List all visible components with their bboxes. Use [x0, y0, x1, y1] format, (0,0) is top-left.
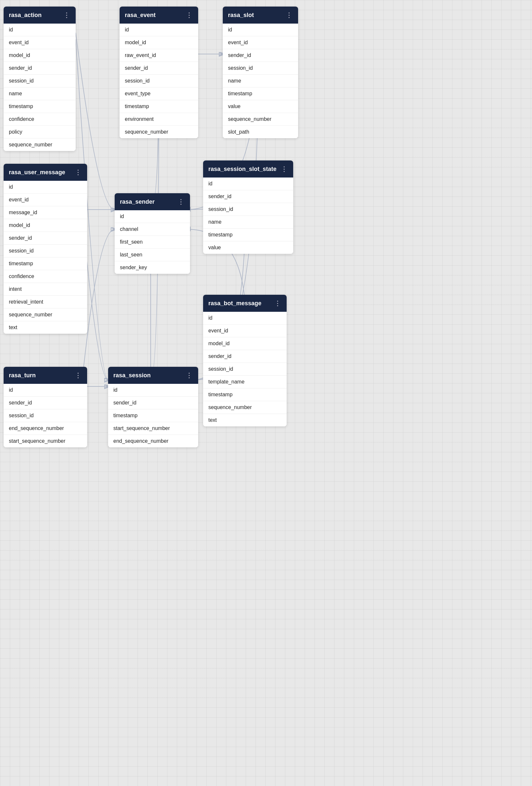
table-header-rasa-user-message: rasa_user_message ⋮	[4, 164, 87, 181]
menu-dots-rasa-session[interactable]: ⋮	[186, 371, 193, 379]
field-rasa-bot-message-text: text	[203, 414, 287, 426]
field-rasa-user-message-event_id: event_id	[4, 193, 87, 206]
field-rasa-sender-sender_key: sender_key	[115, 261, 190, 274]
field-rasa-action-timestamp: timestamp	[4, 100, 76, 113]
table-title-rasa-session-slot-state: rasa_session_slot_state	[208, 166, 276, 172]
field-rasa-slot-timestamp: timestamp	[223, 88, 298, 100]
field-rasa-user-message-sender_id: sender_id	[4, 232, 87, 245]
table-header-rasa-session-slot-state: rasa_session_slot_state ⋮	[203, 160, 293, 178]
field-rasa-session-slot-state-sender_id: sender_id	[203, 190, 293, 203]
field-rasa-event-timestamp: timestamp	[120, 100, 198, 113]
field-rasa-session-id: id	[108, 384, 198, 397]
table-rasa-slot: rasa_slot ⋮ id event_id sender_id sessio…	[223, 6, 298, 138]
menu-dots-rasa-sender[interactable]: ⋮	[178, 198, 185, 206]
field-rasa-slot-session_id: session_id	[223, 62, 298, 75]
field-rasa-session-start_sequence_number: start_sequence_number	[108, 422, 198, 435]
table-header-rasa-sender: rasa_sender ⋮	[115, 193, 190, 210]
field-rasa-slot-event_id: event_id	[223, 36, 298, 49]
field-rasa-bot-message-session_id: session_id	[203, 363, 287, 376]
field-rasa-event-environment: environment	[120, 113, 198, 126]
field-rasa-turn-start_sequence_number: start_sequence_number	[4, 435, 87, 447]
field-rasa-sender-id: id	[115, 210, 190, 223]
field-rasa-user-message-intent: intent	[4, 283, 87, 296]
table-rasa-sender: rasa_sender ⋮ id channel first_seen last…	[115, 193, 190, 274]
menu-dots-rasa-bot-message[interactable]: ⋮	[274, 299, 281, 307]
field-rasa-slot-value: value	[223, 100, 298, 113]
table-header-rasa-turn: rasa_turn ⋮	[4, 367, 87, 384]
field-rasa-event-raw_event_id: raw_event_id	[120, 49, 198, 62]
menu-dots-rasa-user-message[interactable]: ⋮	[75, 168, 82, 176]
field-rasa-session-end_sequence_number: end_sequence_number	[108, 435, 198, 447]
menu-dots-rasa-turn[interactable]: ⋮	[75, 371, 82, 379]
field-rasa-action-id: id	[4, 24, 76, 36]
table-header-rasa-slot: rasa_slot ⋮	[223, 6, 298, 24]
field-rasa-event-sequence_number: sequence_number	[120, 126, 198, 138]
table-title-rasa-turn: rasa_turn	[9, 372, 36, 379]
menu-dots-rasa-session-slot-state[interactable]: ⋮	[281, 165, 288, 173]
diagram-canvas: rasa_action ⋮ id event_id model_id sende…	[0, 0, 532, 786]
field-rasa-user-message-session_id: session_id	[4, 245, 87, 257]
field-rasa-slot-sequence_number: sequence_number	[223, 113, 298, 126]
field-rasa-slot-slot_path: slot_path	[223, 126, 298, 138]
table-header-rasa-action: rasa_action ⋮	[4, 6, 76, 24]
field-rasa-user-message-confidence: confidence	[4, 270, 87, 283]
table-rasa-session: rasa_session ⋮ id sender_id timestamp st…	[108, 367, 198, 447]
table-title-rasa-sender: rasa_sender	[120, 199, 155, 205]
table-rasa-session-slot-state: rasa_session_slot_state ⋮ id sender_id s…	[203, 160, 293, 254]
field-rasa-action-session_id: session_id	[4, 75, 76, 88]
field-rasa-sender-last_seen: last_seen	[115, 249, 190, 261]
field-rasa-bot-message-template_name: template_name	[203, 376, 287, 388]
field-rasa-action-sender_id: sender_id	[4, 62, 76, 75]
table-title-rasa-event: rasa_event	[125, 12, 156, 19]
field-rasa-bot-message-event_id: event_id	[203, 325, 287, 337]
table-rasa-event: rasa_event ⋮ id model_id raw_event_id se…	[120, 6, 198, 138]
table-rasa-turn: rasa_turn ⋮ id sender_id session_id end_…	[4, 367, 87, 447]
menu-dots-rasa-slot[interactable]: ⋮	[286, 11, 293, 19]
field-rasa-bot-message-sender_id: sender_id	[203, 350, 287, 363]
field-rasa-session-slot-state-name: name	[203, 216, 293, 229]
table-title-rasa-action: rasa_action	[9, 12, 42, 19]
field-rasa-session-timestamp: timestamp	[108, 409, 198, 422]
field-rasa-turn-sender_id: sender_id	[4, 397, 87, 409]
field-rasa-sender-first_seen: first_seen	[115, 236, 190, 249]
field-rasa-user-message-model_id: model_id	[4, 219, 87, 232]
field-rasa-slot-sender_id: sender_id	[223, 49, 298, 62]
menu-dots-rasa-action[interactable]: ⋮	[63, 11, 70, 19]
table-rasa-action: rasa_action ⋮ id event_id model_id sende…	[4, 6, 76, 151]
field-rasa-session-slot-state-value: value	[203, 241, 293, 254]
field-rasa-action-confidence: confidence	[4, 113, 76, 126]
table-rasa-bot-message: rasa_bot_message ⋮ id event_id model_id …	[203, 295, 287, 426]
field-rasa-session-slot-state-id: id	[203, 178, 293, 190]
field-rasa-action-sequence_number: sequence_number	[4, 139, 76, 151]
field-rasa-turn-end_sequence_number: end_sequence_number	[4, 422, 87, 435]
table-title-rasa-slot: rasa_slot	[228, 12, 254, 19]
field-rasa-action-policy: policy	[4, 126, 76, 139]
field-rasa-event-session_id: session_id	[120, 75, 198, 88]
field-rasa-action-name: name	[4, 88, 76, 100]
field-rasa-sender-channel: channel	[115, 223, 190, 236]
field-rasa-bot-message-model_id: model_id	[203, 337, 287, 350]
table-title-rasa-user-message: rasa_user_message	[9, 169, 65, 176]
table-header-rasa-event: rasa_event ⋮	[120, 6, 198, 24]
field-rasa-action-model_id: model_id	[4, 49, 76, 62]
field-rasa-action-event_id: event_id	[4, 36, 76, 49]
field-rasa-session-slot-state-timestamp: timestamp	[203, 229, 293, 241]
field-rasa-slot-id: id	[223, 24, 298, 36]
field-rasa-bot-message-id: id	[203, 312, 287, 325]
field-rasa-slot-name: name	[223, 75, 298, 88]
field-rasa-user-message-id: id	[4, 181, 87, 193]
table-header-rasa-session: rasa_session ⋮	[108, 367, 198, 384]
field-rasa-session-sender_id: sender_id	[108, 397, 198, 409]
table-header-rasa-bot-message: rasa_bot_message ⋮	[203, 295, 287, 312]
field-rasa-user-message-message_id: message_id	[4, 206, 87, 219]
field-rasa-user-message-retrieval_intent: retrieval_intent	[4, 296, 87, 308]
field-rasa-user-message-text: text	[4, 321, 87, 334]
field-rasa-event-event_type: event_type	[120, 88, 198, 100]
field-rasa-event-model_id: model_id	[120, 36, 198, 49]
field-rasa-session-slot-state-session_id: session_id	[203, 203, 293, 216]
field-rasa-user-message-sequence_number: sequence_number	[4, 308, 87, 321]
menu-dots-rasa-event[interactable]: ⋮	[186, 11, 193, 19]
field-rasa-bot-message-timestamp: timestamp	[203, 388, 287, 401]
table-title-rasa-bot-message: rasa_bot_message	[208, 300, 261, 307]
field-rasa-event-id: id	[120, 24, 198, 36]
